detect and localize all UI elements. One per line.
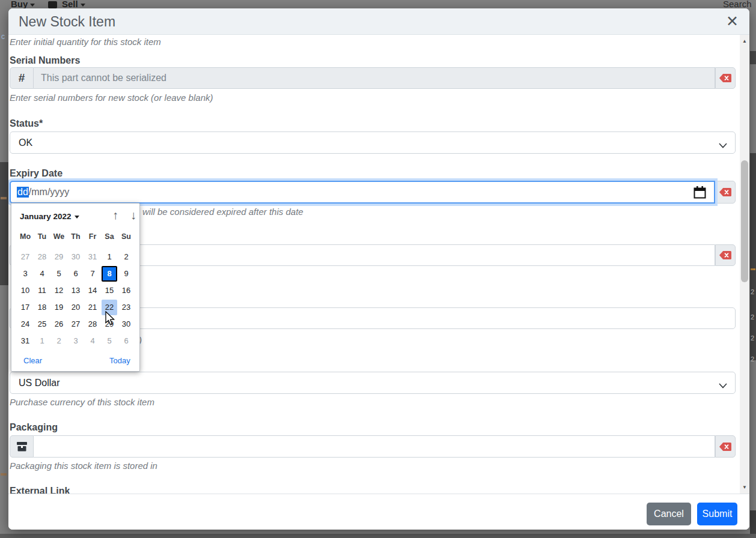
calendar-day-19[interactable]: 19 [50, 299, 67, 316]
modal-header: New Stock Item ✕ [8, 8, 749, 35]
calendar-day-16[interactable]: 16 [118, 282, 135, 299]
calendar-day-3[interactable]: 3 [67, 333, 84, 349]
calendar-day-2[interactable]: 2 [50, 333, 67, 349]
weekday-label: Sa [101, 232, 118, 244]
calendar-grid: 2728293031123456789101112131415161718192… [17, 249, 135, 349]
serial-numbers-group: # [10, 67, 736, 89]
calendar-day-21[interactable]: 21 [84, 299, 101, 316]
calendar-day-26[interactable]: 26 [50, 316, 67, 333]
submit-button[interactable]: Submit [697, 503, 737, 525]
expiry-date-input[interactable]: dd/mm/yyyy [10, 181, 715, 204]
calendar-day-30[interactable]: 30 [67, 249, 84, 265]
calendar-day-31[interactable]: 31 [84, 249, 101, 265]
backdrop-nav-sell: Sell [62, 0, 85, 9]
backdrop-search-text: Search [723, 0, 752, 9]
modal-footer: Cancel Submit [8, 494, 749, 530]
backdrop-fragment [751, 268, 755, 270]
backdrop-fragment: 2 [751, 355, 754, 363]
backspace-delete-icon [719, 73, 732, 83]
previous-month-arrow-icon[interactable]: ↑ [112, 208, 118, 222]
calendar-day-20[interactable]: 20 [67, 299, 84, 316]
packaging-input[interactable] [34, 435, 715, 458]
serial-numbers-help: Enter serial numbers for new stock (or l… [10, 92, 213, 103]
close-icon[interactable]: ✕ [726, 12, 739, 30]
calendar-day-10[interactable]: 10 [17, 282, 34, 299]
calendar-day-1[interactable]: 1 [34, 333, 50, 349]
cancel-button[interactable]: Cancel [647, 503, 691, 525]
calendar-day-29[interactable]: 29 [50, 249, 67, 265]
calendar-day-13[interactable]: 13 [67, 282, 84, 299]
currency-help: Purchase currency of this stock item [10, 397, 154, 407]
calendar-day-6[interactable]: 6 [67, 265, 84, 282]
calendar-clear-link[interactable]: Clear [23, 356, 42, 365]
backdrop-nav-buy: Buy [11, 0, 35, 9]
backdrop-fragment [0, 534, 756, 538]
expiry-date-label: Expiry Date [10, 168, 62, 179]
purchase-currency-select[interactable]: US Dollar [10, 372, 736, 394]
calendar-day-24[interactable]: 24 [17, 316, 34, 333]
calendar-day-2[interactable]: 2 [118, 249, 135, 265]
packaging-help: Packaging this stock item is stored in [10, 461, 157, 471]
packaging-label: Packaging [10, 422, 58, 433]
calendar-day-17[interactable]: 17 [17, 299, 34, 316]
calendar-day-23[interactable]: 23 [118, 299, 135, 316]
calendar-day-4[interactable]: 4 [84, 333, 101, 349]
calendar-day-31[interactable]: 31 [17, 333, 34, 349]
modal-title: New Stock Item [19, 14, 115, 30]
calendar-day-6[interactable]: 6 [118, 333, 135, 349]
weekday-label: We [50, 232, 67, 244]
calendar-day-3[interactable]: 3 [17, 265, 34, 282]
serial-numbers-input[interactable] [34, 67, 715, 89]
calendar-day-30[interactable]: 30 [118, 316, 135, 333]
external-link-label: External Link [10, 486, 70, 494]
chevron-down-icon [719, 380, 727, 391]
backdrop-fragment [750, 153, 756, 360]
calendar-today-link[interactable]: Today [109, 356, 130, 365]
calendar-day-8[interactable]: 8 [101, 265, 118, 282]
backdrop-fragment [1, 197, 7, 199]
calendar-day-27[interactable]: 27 [17, 249, 34, 265]
clear-batch-button[interactable] [715, 244, 736, 266]
calendar-picker-icon[interactable] [693, 186, 707, 202]
next-month-arrow-icon[interactable]: ↓ [130, 208, 136, 222]
month-selector[interactable]: January 2022 [20, 212, 79, 221]
clear-packaging-button[interactable] [715, 435, 736, 458]
calendar-day-27[interactable]: 27 [67, 316, 84, 333]
scroll-down-icon[interactable]: ▼ [740, 485, 749, 490]
backdrop-fragment [1, 473, 7, 476]
status-select[interactable]: OK [10, 131, 736, 154]
calendar-day-18[interactable]: 18 [34, 299, 50, 316]
clear-serial-button[interactable] [715, 67, 736, 89]
calendar-day-14[interactable]: 14 [84, 282, 101, 299]
modal-scrollbar[interactable]: ▲ ▼ [740, 35, 749, 494]
weekday-label: Fr [84, 232, 101, 244]
hash-icon: # [10, 67, 34, 89]
quantity-help-text: Enter initial quantity for this stock it… [10, 37, 161, 47]
serial-numbers-label: Serial Numbers [10, 55, 80, 66]
calendar-day-4[interactable]: 4 [34, 265, 50, 282]
date-day-segment[interactable]: dd [17, 187, 29, 198]
date-rest-segment[interactable]: /mm/yyyy [29, 187, 70, 198]
screen: Buy Sell Search c 2 2 2 2 New Stock Item… [0, 0, 756, 538]
calendar-day-7[interactable]: 7 [84, 265, 101, 282]
calendar-day-28[interactable]: 28 [34, 249, 50, 265]
backdrop-fragment: 2 [751, 334, 754, 342]
calendar-day-28[interactable]: 28 [84, 316, 101, 333]
box-icon [10, 435, 34, 458]
calendar-day-5[interactable]: 5 [50, 265, 67, 282]
calendar-day-9[interactable]: 9 [118, 265, 135, 282]
clear-expiry-button[interactable] [715, 181, 736, 204]
calendar-day-5[interactable]: 5 [101, 333, 118, 349]
weekday-label: Th [67, 232, 84, 244]
mouse-cursor [105, 311, 115, 327]
calendar-day-12[interactable]: 12 [50, 282, 67, 299]
weekday-label: Tu [34, 232, 50, 244]
scroll-up-icon[interactable]: ▲ [740, 38, 749, 44]
calendar-day-11[interactable]: 11 [34, 282, 50, 299]
backdrop-fragment: 2 [751, 288, 754, 295]
calendar-day-25[interactable]: 25 [34, 316, 50, 333]
scrollbar-thumb[interactable] [741, 160, 748, 282]
calendar-day-15[interactable]: 15 [101, 282, 118, 299]
calendar-day-1[interactable]: 1 [101, 249, 118, 265]
backdrop-nav-icon [48, 1, 57, 8]
